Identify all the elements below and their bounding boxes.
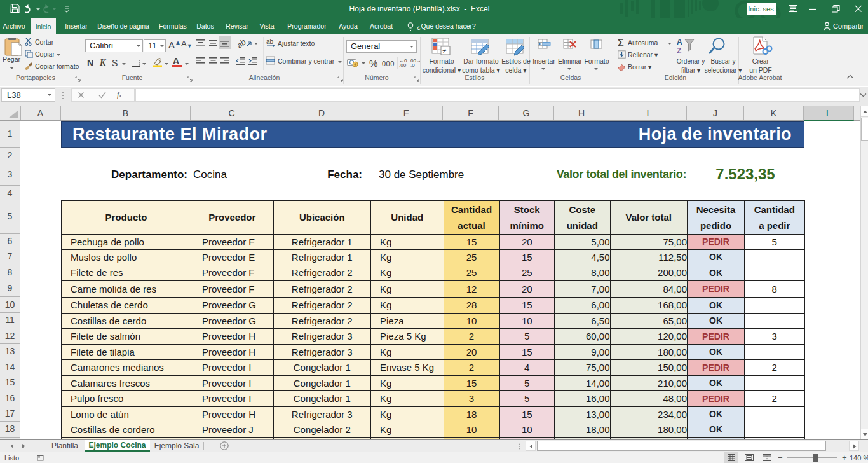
svg-text:ab: ab [238, 38, 248, 48]
svg-text:A: A [677, 38, 682, 46]
svg-text:Z: Z [677, 46, 681, 55]
svg-text:≠: ≠ [442, 47, 446, 55]
svg-text:.00: .00 [399, 62, 407, 67]
svg-text:ab: ab [266, 38, 274, 45]
svg-text:.0: .0 [410, 62, 415, 67]
